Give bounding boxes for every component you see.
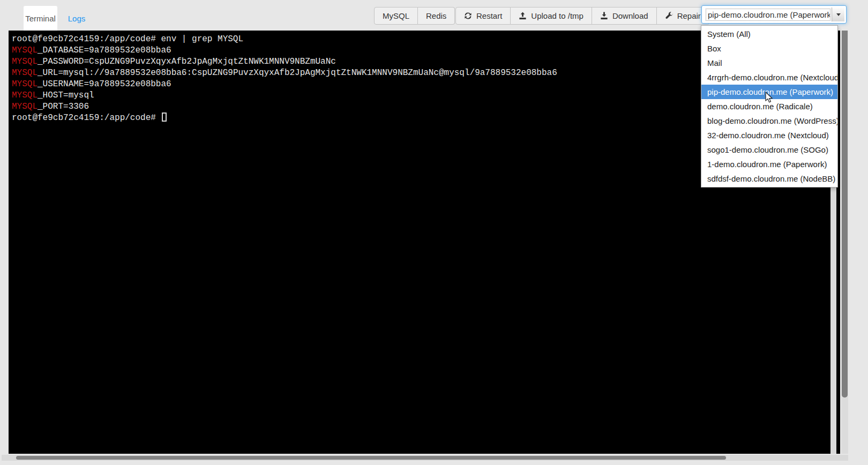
tab-terminal-label: Terminal xyxy=(25,14,56,23)
app-option[interactable]: sdfdsf-demo.cloudron.me (NodeBB) xyxy=(701,171,837,186)
tab-terminal[interactable]: Terminal xyxy=(24,6,57,31)
download-button[interactable]: Download xyxy=(592,7,657,25)
horizontal-scrollbar-track[interactable] xyxy=(2,455,848,461)
app-option[interactable]: 4rrgrh-demo.cloudron.me (Nextcloud) xyxy=(701,70,837,85)
vertical-scrollbar-thumb[interactable] xyxy=(842,31,848,398)
redis-button[interactable]: Redis xyxy=(418,7,455,25)
download-icon xyxy=(600,12,608,20)
app-selector[interactable]: pip-demo.cloudron.me (Paperwork) xyxy=(701,5,847,24)
horizontal-scrollbar-thumb[interactable] xyxy=(16,456,726,460)
restart-icon xyxy=(464,12,472,20)
mysql-button-label: MySQL xyxy=(383,11,409,20)
redis-button-label: Redis xyxy=(426,11,446,20)
app-selector-popup: System (All)BoxMail4rrgrh-demo.cloudron.… xyxy=(701,25,838,188)
restart-button-label: Restart xyxy=(476,11,502,20)
upload-button-label: Upload to /tmp xyxy=(531,11,583,20)
app-option[interactable]: 32-demo.cloudron.me (Nextcloud) xyxy=(701,128,837,142)
app-option[interactable]: 1-demo.cloudron.me (Paperwork) xyxy=(701,157,837,171)
app-option[interactable]: pip-demo.cloudron.me (Paperwork) xyxy=(701,85,837,99)
terminal-cursor xyxy=(162,112,167,122)
app-option[interactable]: Mail xyxy=(701,56,837,70)
app-option[interactable]: demo.cloudron.me (Radicale) xyxy=(701,99,837,114)
app-option[interactable]: System (All) xyxy=(701,27,837,41)
download-button-label: Download xyxy=(612,11,648,20)
tab-logs[interactable]: Logs xyxy=(57,6,96,31)
repair-icon xyxy=(665,12,673,20)
upload-icon xyxy=(519,12,527,20)
app-selector-value: pip-demo.cloudron.me (Paperwork) xyxy=(706,9,830,20)
app-option[interactable]: sogo1-demo.cloudron.me (SOGo) xyxy=(701,142,837,157)
select-dropdown-button[interactable] xyxy=(832,8,844,21)
db-button-group: MySQL Redis xyxy=(374,7,455,25)
vertical-scrollbar-track[interactable] xyxy=(841,31,848,454)
repair-button-label: Repair xyxy=(677,11,701,20)
mysql-button[interactable]: MySQL xyxy=(374,7,418,25)
upload-button[interactable]: Upload to /tmp xyxy=(511,7,592,25)
tab-logs-label: Logs xyxy=(68,14,86,23)
restart-button[interactable]: Restart xyxy=(455,7,511,25)
chevron-down-icon xyxy=(836,13,841,18)
action-button-group: Restart Upload to /tmp Download Repair xyxy=(455,7,709,25)
app-option[interactable]: Box xyxy=(701,41,837,56)
app-option[interactable]: blog-demo.cloudron.me (WordPress) xyxy=(701,114,837,128)
